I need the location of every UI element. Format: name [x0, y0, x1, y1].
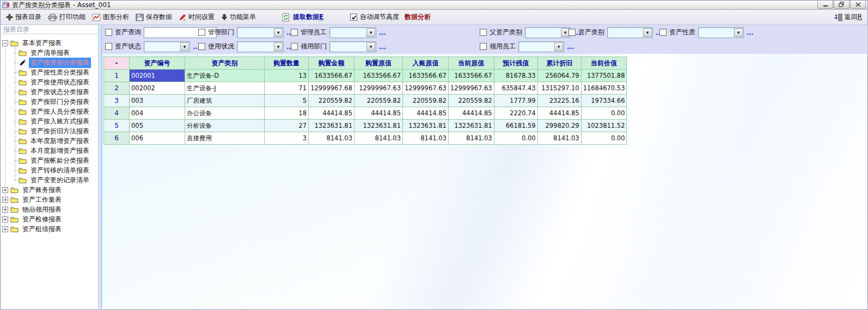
grid-cell[interactable]: 0.00: [581, 107, 627, 120]
graph-analysis-button[interactable]: 图形分析: [89, 11, 132, 23]
grid-cell[interactable]: 分析设备: [185, 120, 265, 132]
grid-cell[interactable]: 12999967.63: [354, 82, 403, 95]
grid-cell[interactable]: 71: [265, 82, 309, 95]
filter-checkbox[interactable]: [198, 29, 205, 36]
grid-cell[interactable]: 13: [265, 70, 309, 82]
grid-cell[interactable]: 44414.85: [403, 107, 449, 120]
grid-cell[interactable]: 81678.33: [494, 70, 537, 82]
expand-box[interactable]: +: [2, 207, 8, 213]
filter-dropdown[interactable]: ▼: [698, 27, 744, 38]
grid-cell[interactable]: 直接费用: [185, 132, 265, 145]
grid-cell[interactable]: 1777.99: [494, 95, 537, 107]
save-data-button[interactable]: 保存数据: [132, 11, 175, 23]
grid-cell[interactable]: 220559.82: [354, 95, 403, 107]
tree-item[interactable]: − 基本资产报表: [1, 38, 98, 48]
grid-cell[interactable]: 635847.43: [494, 82, 537, 95]
filter-dropdown[interactable]: ▼: [518, 41, 564, 52]
tree-item-label[interactable]: 资产按使用状态报表: [29, 77, 91, 88]
grid-cell[interactable]: 11684670.53: [581, 82, 627, 95]
grid-cell[interactable]: 0.00: [494, 132, 537, 145]
minimize-button[interactable]: [817, 1, 833, 9]
grid-cell[interactable]: 1377501.88: [581, 70, 627, 82]
tree-item[interactable]: 本年度新增资产报表: [1, 136, 98, 146]
grid-cell[interactable]: 256064.79: [537, 70, 581, 82]
table-row[interactable]: 2002002生产设备-J7112999967.6812999967.63129…: [104, 82, 627, 95]
tree-item-label[interactable]: 资产按类别分类报表: [29, 58, 91, 68]
tree-item-label[interactable]: 资产检修报表: [21, 214, 63, 225]
tree-item-label[interactable]: 资产按性质分类报表: [29, 67, 91, 78]
expand-box[interactable]: +: [2, 226, 8, 232]
filter-dropdown[interactable]: ▼: [525, 27, 571, 38]
tree-item-label[interactable]: 基本资产报表: [21, 38, 63, 48]
grid-cell[interactable]: 44414.85: [309, 107, 354, 120]
time-settings-button[interactable]: 时间设置: [175, 11, 218, 23]
grid-cell[interactable]: 1633566.67: [354, 70, 403, 82]
print-button[interactable]: 打印功能: [45, 11, 89, 23]
tree-item-label[interactable]: 资产按人员分类报表: [29, 107, 91, 117]
more-button[interactable]: …: [379, 45, 387, 49]
grid-cell[interactable]: 0.00: [581, 132, 627, 145]
grid-cell[interactable]: 8141.03: [537, 132, 581, 145]
panel-splitter[interactable]: [99, 25, 102, 309]
grid-cell[interactable]: 生产设备-D: [185, 70, 265, 82]
row-number-cell[interactable]: 6: [104, 132, 130, 145]
grid-cell[interactable]: 生产设备-J: [185, 82, 265, 95]
tree-item[interactable]: 资产清单报表: [1, 48, 98, 58]
grid-cell[interactable]: 12999967.63: [448, 82, 494, 95]
grid-cell[interactable]: 220559.82: [448, 95, 494, 107]
grid-cell[interactable]: 1323631.81: [448, 120, 494, 132]
grid-cell[interactable]: 27: [265, 120, 309, 132]
grid-cell[interactable]: 1023811.52: [581, 120, 627, 132]
grid-cell[interactable]: 1315297.10: [537, 82, 581, 95]
expand-box[interactable]: −: [2, 40, 8, 46]
tree-item-label[interactable]: 资产账务报表: [21, 185, 63, 195]
filter-dropdown[interactable]: ▼: [144, 41, 190, 52]
grid-cell[interactable]: 002002: [130, 82, 185, 95]
filter-dropdown[interactable]: ▼: [607, 27, 653, 38]
grid-cell[interactable]: 220559.82: [403, 95, 449, 107]
tree-item[interactable]: 资产按折旧方法报表: [1, 126, 98, 136]
filter-dropdown[interactable]: ▼: [329, 27, 376, 38]
grid-cell[interactable]: 44414.85: [354, 107, 403, 120]
expand-box[interactable]: +: [2, 187, 8, 193]
grid-cell[interactable]: 8141.03: [309, 132, 354, 145]
expand-box[interactable]: +: [2, 197, 8, 203]
grid-cell[interactable]: 1633566.67: [309, 70, 354, 82]
tree-item[interactable]: 资产按入账方式报表: [1, 116, 98, 126]
tree-item[interactable]: 资产按状态分类报表: [1, 87, 98, 97]
tree-item[interactable]: 资产按帐龄分类报表: [1, 156, 98, 165]
tree-item-label[interactable]: 资产变更的记录清单: [29, 175, 91, 185]
more-button[interactable]: …: [567, 45, 574, 49]
grid-cell[interactable]: 1323631.81: [309, 120, 354, 132]
grid-cell[interactable]: 8141.03: [448, 132, 494, 145]
table-row[interactable]: 3003厂房建筑5220559.82220559.82220559.822205…: [104, 95, 627, 107]
grid-cell[interactable]: 1633566.67: [403, 70, 449, 82]
grid-cell[interactable]: 44414.85: [448, 107, 494, 120]
tree-item-label[interactable]: 资产按入账方式报表: [29, 116, 91, 127]
grid-cell[interactable]: 004: [130, 107, 185, 120]
filter-dropdown[interactable]: ▼: [237, 41, 284, 52]
auto-height-checkbox[interactable]: [350, 14, 357, 21]
grid-cell[interactable]: 12999967.63: [403, 82, 449, 95]
table-row[interactable]: 4004办公设备1844414.8544414.8544414.8544414.…: [104, 107, 627, 120]
tree-item-label[interactable]: 资产按状态分类报表: [29, 87, 91, 97]
filter-checkbox[interactable]: [291, 29, 298, 36]
row-number-cell[interactable]: 1: [104, 70, 130, 82]
more-button[interactable]: …: [379, 30, 387, 35]
tree-item[interactable]: 资产按类别分类报表: [1, 58, 98, 67]
grid-cell[interactable]: 44414.85: [537, 107, 581, 120]
filter-dropdown[interactable]: ▼: [329, 41, 376, 52]
grid-cell[interactable]: 2220.74: [494, 107, 537, 120]
report-catalog-button[interactable]: 报表目录: [3, 11, 45, 23]
filter-checkbox[interactable]: [659, 29, 667, 36]
restore-button[interactable]: [834, 1, 849, 9]
close-button[interactable]: [850, 1, 866, 9]
filter-checkbox[interactable]: [105, 29, 112, 36]
tree-item[interactable]: 资产按人员分类报表: [1, 107, 98, 116]
tree-item-label[interactable]: 资产按部门分类报表: [29, 97, 91, 107]
grid-cell[interactable]: 220559.82: [309, 95, 354, 107]
more-button[interactable]: …: [747, 30, 754, 35]
expand-box[interactable]: +: [2, 216, 8, 222]
tree-item-label[interactable]: 资产工作量表: [21, 195, 63, 205]
grid-cell[interactable]: 66181.59: [494, 120, 537, 132]
